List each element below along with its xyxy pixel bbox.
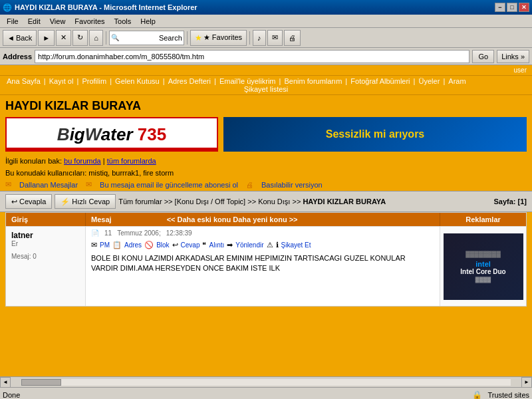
- favorites-star-icon: ★: [195, 33, 202, 43]
- bu-forumda-link[interactable]: bu forumda: [64, 157, 101, 165]
- intel-logo: intel: [475, 260, 491, 268]
- address-input[interactable]: [35, 50, 469, 63]
- post-actions: ✉ PM 📋 Adres 🚫 Blok ↩ Cevap ❝ Alıntı ➡ Y…: [91, 241, 434, 249]
- dallanan-link[interactable]: Dallanan Mesajlar: [19, 181, 78, 189]
- intel-product: Intel Core Duo: [460, 268, 505, 275]
- refresh-icon: ↻: [77, 33, 83, 42]
- quick-reply-button[interactable]: ⚡ Hızlı Cevap: [55, 194, 116, 209]
- mail-button[interactable]: ✉: [267, 30, 283, 46]
- nav-uyeler[interactable]: Üyeler: [419, 77, 440, 85]
- home-button[interactable]: ⌂: [89, 30, 103, 46]
- yonlendir-link[interactable]: Yönlendir: [235, 241, 263, 249]
- menu-favorites[interactable]: Favorites: [70, 16, 108, 27]
- favorites-button[interactable]: ★ ★ Favorites: [190, 30, 247, 46]
- basilabilir-link[interactable]: Basılabilir versiyon: [261, 181, 323, 189]
- page-info: Sayfa: [1]: [493, 198, 527, 205]
- print-icon: 🖨: [289, 34, 296, 42]
- horizontal-scrollbar[interactable]: ◄ ►: [0, 376, 532, 387]
- menu-edit[interactable]: Edit: [24, 16, 45, 27]
- forward-arrow-icon: ►: [43, 34, 50, 42]
- forum-title-text: HAYDI KIZLAR BURAYA: [5, 99, 141, 112]
- reply-label: Cevapla: [19, 198, 46, 205]
- search-input[interactable]: [119, 34, 159, 42]
- close-button[interactable]: ✕: [519, 3, 529, 12]
- media-button[interactable]: ♪: [253, 30, 266, 46]
- col-reklam-header: Reklamlar: [440, 213, 526, 226]
- nav-fotograf[interactable]: Fotoğraf Albümleri: [350, 77, 410, 85]
- top-banner: user: [0, 65, 532, 75]
- nav-email[interactable]: Email'le üyelikrim: [219, 77, 276, 85]
- post-icon: 📄: [91, 229, 99, 237]
- nav-gelen[interactable]: Gelen Kutusu: [115, 77, 160, 85]
- minimize-button[interactable]: −: [495, 3, 505, 12]
- related-topics: İlgili konuları bak: bu forumda | tüm fo…: [0, 154, 532, 168]
- menu-view[interactable]: View: [46, 16, 70, 27]
- address-bar: Address Go Links »: [0, 48, 532, 65]
- refresh-button[interactable]: ↻: [72, 30, 88, 46]
- reply-icon: ↩: [11, 198, 17, 206]
- scroll-track: [21, 379, 511, 386]
- stop-icon: ✕: [61, 33, 66, 42]
- address-label: Address: [3, 53, 32, 61]
- alinti-link[interactable]: Alıntı: [209, 241, 224, 249]
- nav-aram[interactable]: Aram: [448, 77, 466, 85]
- toolbar-separator-1: [106, 31, 106, 45]
- forum-title: HAYDI KIZLAR BURAYA: [0, 95, 532, 114]
- blok-icon: 🚫: [144, 241, 154, 249]
- print-action-icon: 🖨: [246, 181, 253, 189]
- intel-ad: ▓▓▓▓▓▓▓▓ intel Intel Core Duo ▓▓▓▓: [444, 233, 523, 300]
- menu-help[interactable]: Help: [136, 16, 160, 27]
- reply-button[interactable]: ↩ Cevapla: [5, 194, 52, 209]
- nav-adres[interactable]: Adres Defteri: [168, 77, 211, 85]
- sessizlik-text: Sessizlik mi arıyors: [326, 128, 425, 140]
- menu-file[interactable]: File: [3, 16, 23, 27]
- favorites-label: ★ Favorites: [203, 33, 242, 42]
- media-icon: ♪: [257, 34, 261, 42]
- trusted-sites: Trusted sites: [487, 391, 529, 399]
- quick-reply-label: Hızlı Cevap: [72, 198, 110, 205]
- print-button[interactable]: 🖨: [284, 30, 301, 46]
- page-content: user Ana Sayfa | Kayıt ol | Profilim | G…: [0, 65, 532, 376]
- links-button[interactable]: Links »: [497, 50, 529, 63]
- user-info: latner Er Mesaj: 0: [6, 227, 86, 306]
- mesaj-label: Mesaj: [91, 215, 112, 223]
- adres-link[interactable]: Adres: [124, 241, 142, 249]
- window-title: HAYDI KIZLAR BURAYA - Microsoft Internet…: [15, 3, 198, 11]
- email-abonesi-link[interactable]: Bu mesaja email ile güncelleme abonesi o…: [100, 181, 238, 189]
- status-left: Done: [3, 391, 20, 399]
- sikayet-link[interactable]: Şikayet Et: [281, 241, 311, 249]
- nav-ana-sayfa[interactable]: Ana Sayfa: [7, 77, 41, 85]
- cevap-link[interactable]: Cevap: [181, 241, 200, 249]
- scroll-right-arrow[interactable]: ►: [521, 377, 532, 388]
- menu-tools[interactable]: Tools: [110, 16, 136, 27]
- scroll-thumb[interactable]: [21, 379, 61, 386]
- search-icon: 🔍: [111, 34, 119, 41]
- nav-bar: Ana Sayfa | Kayıt ol | Profilim | Gelen …: [0, 75, 532, 95]
- nav-profil[interactable]: Profilim: [82, 77, 106, 85]
- security-icon: 🔒: [472, 390, 482, 400]
- scroll-left-arrow[interactable]: ◄: [0, 377, 11, 388]
- nav-older: << Daha eski konu: [167, 215, 231, 223]
- pm-link[interactable]: PM: [100, 241, 110, 249]
- search-box: 🔍 Search: [109, 31, 184, 45]
- col-mesaj-header: Mesaj << Daha eski konu Daha yeni konu >…: [86, 213, 440, 226]
- quick-reply-icon: ⚡: [61, 198, 70, 206]
- users-text: Bu konudaki kullanıcıları: mistiq, burrr…: [5, 169, 174, 177]
- toolbar-separator-3: [249, 31, 250, 45]
- users-in-topic: Bu konudaki kullanıcıları: mistiq, burrr…: [0, 168, 532, 178]
- yonlendir-icon: ➡: [227, 241, 233, 249]
- title-bar: 🌐 HAYDI KIZLAR BURAYA - Microsoft Intern…: [0, 0, 532, 15]
- nav-sikayet[interactable]: Şikayet listesi: [244, 85, 289, 93]
- blok-link[interactable]: Blok: [156, 241, 169, 249]
- nav-benim[interactable]: Benim forumlarım: [285, 77, 342, 85]
- nav-kayit[interactable]: Kayıt ol: [49, 77, 74, 85]
- go-button[interactable]: Go: [472, 50, 494, 63]
- stop-button[interactable]: ✕: [56, 30, 71, 46]
- forward-button[interactable]: ►: [38, 30, 55, 46]
- post-date-time: 12:38:39: [166, 229, 192, 237]
- alinti-icon: ❝: [202, 241, 206, 249]
- breadcrumb: Tüm forumlar >> [Konu Dışı / Off Topic] …: [118, 198, 386, 205]
- maximize-button[interactable]: □: [507, 3, 517, 12]
- tum-forumlarda-link[interactable]: tüm forumlarda: [107, 157, 156, 165]
- back-button[interactable]: ◄ Back: [3, 30, 37, 46]
